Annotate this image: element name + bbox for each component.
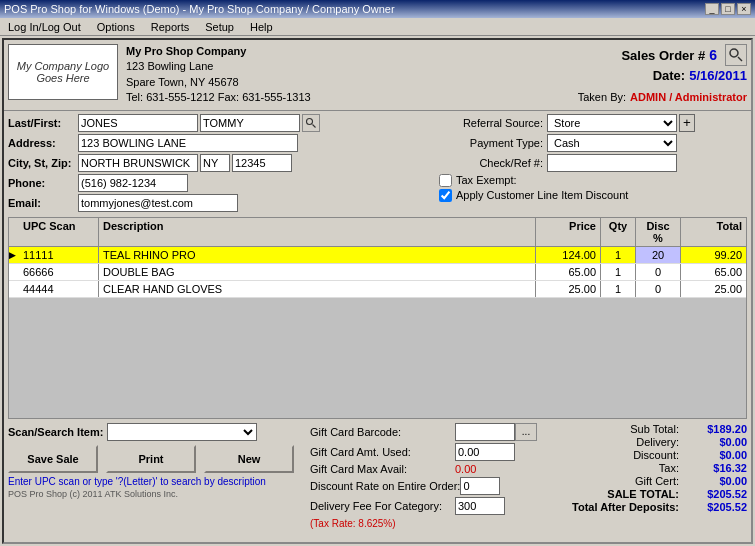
checkref-row: Check/Ref #: bbox=[437, 154, 747, 172]
email-label: Email: bbox=[8, 197, 78, 209]
menu-login[interactable]: Log In/Log Out bbox=[4, 20, 85, 34]
gift-browse-button[interactable]: ... bbox=[515, 423, 537, 441]
after-deposits-value: $205.52 bbox=[687, 501, 747, 513]
delivery-fee-row: Delivery Fee For Category: bbox=[310, 497, 539, 515]
gift-amt-used-input[interactable] bbox=[455, 443, 515, 461]
tax-value: $16.32 bbox=[687, 462, 747, 474]
header-right: Sales Order # 6 Date: 5/16/2011 Taken By… bbox=[578, 44, 747, 103]
delivery-row: Delivery: $0.00 bbox=[547, 436, 747, 448]
city-row: City, St, Zip: bbox=[8, 154, 429, 172]
payment-row: Payment Type: Cash bbox=[437, 134, 747, 152]
form-area: Last/First: Address: City, St, Zip: bbox=[4, 111, 751, 217]
customer-search-button[interactable] bbox=[302, 114, 320, 132]
print-button[interactable]: Print bbox=[106, 445, 196, 473]
phone-label: Phone: bbox=[8, 177, 78, 189]
cell-disc: 0 bbox=[636, 281, 681, 297]
cell-total: 25.00 bbox=[681, 281, 746, 297]
subtotal-value: $189.20 bbox=[687, 423, 747, 435]
after-deposits-label: Total After Deposits: bbox=[559, 501, 679, 513]
right-form: Referral Source: Store + Payment Type: C… bbox=[437, 114, 747, 214]
col-header-disc: Disc % bbox=[636, 218, 681, 246]
disc-rate-row: Discount Rate on Entire Order: bbox=[310, 477, 539, 495]
minimize-button[interactable]: _ bbox=[705, 3, 719, 15]
gift-amt-used-label: Gift Card Amt. Used: bbox=[310, 446, 455, 458]
search-button[interactable] bbox=[725, 44, 747, 66]
cell-qty: 1 bbox=[601, 247, 636, 263]
email-row: Email: bbox=[8, 194, 429, 212]
header-section: My Company Logo Goes Here My Pro Shop Co… bbox=[4, 40, 751, 111]
disc-rate-input[interactable] bbox=[460, 477, 500, 495]
table-row[interactable]: 44444 CLEAR HAND GLOVES 25.00 1 0 25.00 bbox=[9, 281, 746, 298]
apply-discount-checkbox[interactable] bbox=[439, 189, 452, 202]
referral-add-button[interactable]: + bbox=[679, 114, 695, 132]
gift-card-section: Gift Card Barcode: ... Gift Card Amt. Us… bbox=[310, 423, 539, 529]
zip-input[interactable] bbox=[232, 154, 292, 172]
address-input[interactable] bbox=[78, 134, 298, 152]
city-input[interactable] bbox=[78, 154, 198, 172]
menu-reports[interactable]: Reports bbox=[147, 20, 194, 34]
cell-total: 65.00 bbox=[681, 264, 746, 280]
cell-upc: 11111 bbox=[19, 247, 99, 263]
cell-total: 99.20 bbox=[681, 247, 746, 263]
col-header-qty: Qty bbox=[601, 218, 636, 246]
last-name-input[interactable] bbox=[78, 114, 198, 132]
window-controls: _ □ × bbox=[705, 3, 751, 15]
main-window: My Company Logo Goes Here My Pro Shop Co… bbox=[2, 38, 753, 544]
menu-options[interactable]: Options bbox=[93, 20, 139, 34]
address-label: Address: bbox=[8, 137, 78, 149]
svg-line-1 bbox=[738, 57, 742, 61]
sale-total-row: SALE TOTAL: $205.52 bbox=[547, 488, 747, 500]
checkref-input[interactable] bbox=[547, 154, 677, 172]
table-row[interactable]: ▶ 11111 TEAL RHINO PRO 124.00 1 20 99.20 bbox=[9, 247, 746, 264]
delivery-value: $0.00 bbox=[687, 436, 747, 448]
referral-select[interactable]: Store bbox=[547, 114, 677, 132]
phone-input[interactable] bbox=[78, 174, 188, 192]
table-row[interactable]: 66666 DOUBLE BAG 65.00 1 0 65.00 bbox=[9, 264, 746, 281]
tax-exempt-checkbox[interactable] bbox=[439, 174, 452, 187]
after-deposits-row: Total After Deposits: $205.52 bbox=[547, 501, 747, 513]
maximize-button[interactable]: □ bbox=[721, 3, 735, 15]
delivery-fee-input[interactable] bbox=[455, 497, 505, 515]
scan-label: Scan/Search Item: bbox=[8, 426, 103, 438]
col-header-upc: UPC Scan bbox=[19, 218, 99, 246]
first-name-input[interactable] bbox=[200, 114, 300, 132]
payment-select[interactable]: Cash bbox=[547, 134, 677, 152]
scan-input[interactable] bbox=[107, 423, 257, 441]
order-table: UPC Scan Description Price Qty Disc % To… bbox=[8, 217, 747, 419]
cell-desc: CLEAR HAND GLOVES bbox=[99, 281, 536, 297]
save-sale-button[interactable]: Save Sale bbox=[8, 445, 98, 473]
col-header-desc: Description bbox=[99, 218, 536, 246]
address-row: Address: bbox=[8, 134, 429, 152]
menu-setup[interactable]: Setup bbox=[201, 20, 238, 34]
cell-desc: DOUBLE BAG bbox=[99, 264, 536, 280]
bottom-section: Scan/Search Item: Save Sale Print New En… bbox=[4, 419, 751, 533]
company-logo: My Company Logo Goes Here bbox=[8, 44, 118, 100]
action-buttons: Save Sale Print New bbox=[8, 445, 294, 473]
apply-discount-label: Apply Customer Line Item Discount bbox=[456, 189, 628, 201]
totals-section: Sub Total: $189.20 Delivery: $0.00 Disco… bbox=[547, 423, 747, 514]
cell-desc: TEAL RHINO PRO bbox=[99, 247, 536, 263]
gift-barcode-input[interactable] bbox=[455, 423, 515, 441]
scan-hint: Enter UPC scan or type '?(Letter)' to se… bbox=[8, 476, 294, 487]
col-header-price: Price bbox=[536, 218, 601, 246]
new-button[interactable]: New bbox=[204, 445, 294, 473]
tax-note: (Tax Rate: 8.625%) bbox=[310, 517, 539, 529]
svg-line-3 bbox=[313, 124, 316, 127]
title-bar: POS Pro Shop for Windows (Demo) - My Pro… bbox=[0, 0, 755, 18]
close-button[interactable]: × bbox=[737, 3, 751, 15]
cell-disc: 0 bbox=[636, 264, 681, 280]
company-info: My Pro Shop Company 123 Bowling Lane Spa… bbox=[126, 44, 578, 106]
email-input[interactable] bbox=[78, 194, 238, 212]
gift-barcode-label: Gift Card Barcode: bbox=[310, 426, 455, 438]
state-input[interactable] bbox=[200, 154, 230, 172]
sales-order-number: 6 bbox=[709, 47, 717, 63]
gift-cert-value: $0.00 bbox=[687, 475, 747, 487]
referral-row: Referral Source: Store + bbox=[437, 114, 747, 132]
menu-help[interactable]: Help bbox=[246, 20, 277, 34]
city-state-zip-label: City, St, Zip: bbox=[8, 157, 78, 169]
search-icon bbox=[728, 47, 744, 63]
tax-exempt-row: Tax Exempt: bbox=[439, 174, 747, 187]
cell-qty: 1 bbox=[601, 264, 636, 280]
tax-label: Tax: bbox=[559, 462, 679, 474]
cell-upc: 44444 bbox=[19, 281, 99, 297]
